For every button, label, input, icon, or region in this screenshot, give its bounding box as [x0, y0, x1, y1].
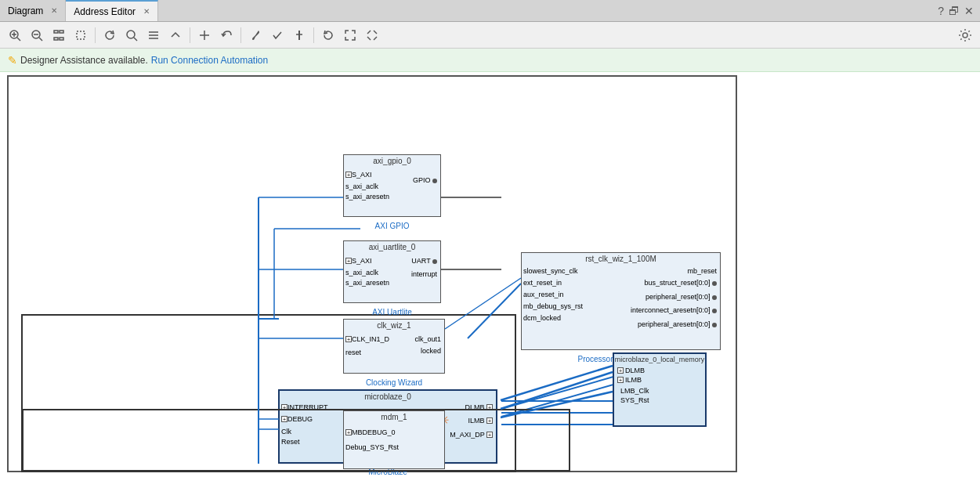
expand-lm-ilmb[interactable]: +: [617, 377, 624, 383]
periph-dot: [712, 295, 717, 300]
svg-point-12: [127, 31, 135, 38]
svg-point-19: [252, 38, 254, 40]
port-uart-s-axi-aresetn: s_axi_aresetn: [345, 279, 389, 287]
tab-diagram[interactable]: Diagram ✕: [0, 0, 66, 21]
port-dcm-locked: dcm_locked: [523, 314, 561, 322]
port-debug-sys-rst: Debug_SYS_Rst: [345, 443, 399, 451]
port-interconnect-aresetn: interconnect_aresetn[0:0]: [631, 306, 717, 314]
block-axi-uartlite-0[interactable]: axi_uartlite_0 +S_AXI s_axi_aclk s_axi_a…: [343, 240, 441, 303]
expand-lm-dlmb[interactable]: +: [617, 367, 624, 374]
tab-bar: Diagram ✕ Address Editor ✕ ? 🗗 ✕: [0, 0, 980, 22]
svg-rect-10: [60, 38, 63, 40]
tab-diagram-close[interactable]: ✕: [51, 6, 57, 15]
zoom-in-button[interactable]: [5, 25, 25, 45]
port-s-axi-aclk: s_axi_aclk: [345, 182, 378, 190]
up-button[interactable]: [165, 25, 186, 45]
port-mb-debug-sys: mb_debug_sys_rst: [523, 302, 583, 310]
svg-line-5: [39, 38, 42, 41]
sep3: [240, 27, 241, 43]
port-bus-struct-reset: bus_struct_reset[0:0]: [644, 279, 717, 287]
tab-address-editor-close[interactable]: ✕: [143, 7, 150, 16]
port-slowest-sync: slowest_sync_clk: [523, 267, 578, 275]
designer-assistance-banner: ✎ Designer Assistance available. Run Con…: [0, 49, 980, 72]
tab-bar-actions: ? 🗗 ✕: [938, 5, 980, 17]
select-button[interactable]: [71, 25, 91, 45]
sep4: [313, 27, 314, 43]
block-clk-wiz-1-title: clk_wiz_1: [344, 320, 444, 330]
banner-text: Designer Assistance available.: [20, 55, 148, 66]
zoom-out-button[interactable]: [27, 25, 47, 45]
port-uart-s-axi: +S_AXI: [345, 257, 372, 265]
pin-button[interactable]: [289, 25, 309, 45]
settings-button[interactable]: [955, 25, 975, 45]
expand-mbdebug[interactable]: +: [345, 429, 352, 435]
block-axi-gpio-0-title: axi_gpio_0: [344, 155, 440, 165]
port-ext-reset: ext_reset_in: [523, 279, 562, 287]
diagram-canvas: axi_gpio_0 +S_AXI s_axi_aclk s_axi_arese…: [0, 72, 980, 477]
port-s-axi: +S_AXI: [345, 171, 372, 179]
port-uart-s-axi-aclk: s_axi_aclk: [345, 269, 378, 276]
port-mb-reset: mb_reset: [687, 267, 717, 275]
tab-address-editor[interactable]: Address Editor ✕: [66, 0, 158, 21]
help-icon[interactable]: ?: [938, 5, 944, 17]
refresh-button[interactable]: [99, 25, 120, 45]
expand2-button[interactable]: [362, 25, 382, 45]
block-mdm-1-title: mdm_1: [344, 411, 444, 421]
svg-line-1: [17, 38, 20, 41]
block-rst-clk-wiz[interactable]: rst_clk_wiz_1_100M slowest_sync_clk ext_…: [521, 252, 721, 350]
svg-line-42: [501, 366, 613, 400]
svg-line-25: [468, 284, 521, 338]
sep1: [95, 27, 96, 43]
expand-clk-in1[interactable]: +: [345, 336, 352, 342]
expand-s-axi[interactable]: +: [345, 172, 352, 178]
expand-uart-s-axi[interactable]: +: [345, 258, 352, 264]
port-lm-ilmb: +ILMB: [614, 376, 705, 384]
block-rst-title: rst_clk_wiz_1_100M: [522, 253, 720, 263]
banner-icon: ✎: [8, 54, 17, 67]
block-local-memory-title: microblaze_0_local_memory: [614, 354, 705, 364]
svg-rect-7: [54, 31, 58, 33]
port-peripheral-aresetn: peripheral_aresetn[0:0]: [638, 320, 717, 328]
close-window-icon[interactable]: ✕: [964, 5, 974, 17]
port-lm-dlmb: +DLMB: [614, 367, 705, 374]
restore-icon[interactable]: 🗗: [949, 5, 960, 17]
tab-diagram-label: Diagram: [8, 5, 43, 16]
reset-button[interactable]: [318, 25, 338, 45]
validate-button[interactable]: [267, 25, 287, 45]
list-button[interactable]: [143, 25, 164, 45]
expand1-button[interactable]: [340, 25, 360, 45]
block-axi-gpio-0[interactable]: axi_gpio_0 +S_AXI s_axi_aclk s_axi_arese…: [343, 154, 441, 217]
add-button[interactable]: [194, 25, 215, 45]
port-clk-in1: +CLK_IN1_D: [345, 335, 389, 343]
port-lm-clk: LMB_Clk: [614, 387, 705, 395]
svg-line-43: [501, 372, 613, 409]
block-axi-gpio-0-label: AXI GPIO: [344, 222, 440, 230]
port-aux-reset: aux_reset_in: [523, 291, 564, 298]
interconnect-dot: [712, 309, 717, 313]
svg-line-13: [134, 38, 137, 41]
search-button[interactable]: [121, 25, 142, 45]
port-locked: locked: [421, 347, 441, 355]
bus-dot: [712, 281, 717, 286]
wrench-button[interactable]: [245, 25, 266, 45]
svg-point-22: [963, 33, 967, 38]
periph-aresetn-dot: [712, 323, 717, 327]
port-interrupt: interrupt: [411, 270, 437, 278]
uart-dot: [432, 259, 437, 264]
block-local-memory[interactable]: microblaze_0_local_memory +DLMB +ILMB LM…: [613, 352, 707, 427]
block-microblaze-0-title: microblaze_0: [280, 391, 496, 401]
port-clk-out1: clk_out1: [414, 335, 441, 343]
svg-line-33: [501, 375, 619, 409]
undo-button[interactable]: [216, 25, 237, 45]
fit-view-button[interactable]: [49, 25, 69, 45]
block-mdm-1[interactable]: mdm_1 +MBDEBUG_0 Debug_SYS_Rst: [343, 410, 445, 469]
toolbar: [0, 22, 980, 49]
run-connection-automation-link[interactable]: Run Connection Automation: [151, 55, 268, 66]
block-clk-wiz-1-label: Clocking Wizard: [344, 378, 444, 387]
sep2: [190, 27, 190, 43]
port-lm-sysrst: SYS_Rst: [614, 396, 705, 404]
gpio-dot: [432, 179, 437, 183]
port-gpio: GPIO: [413, 176, 437, 184]
svg-rect-9: [54, 38, 58, 40]
block-clk-wiz-1[interactable]: clk_wiz_1 +CLK_IN1_D reset clk_out1 lock…: [343, 319, 445, 374]
